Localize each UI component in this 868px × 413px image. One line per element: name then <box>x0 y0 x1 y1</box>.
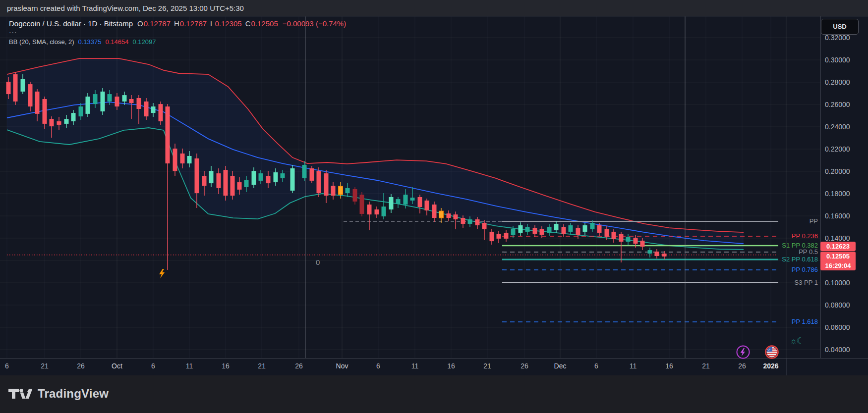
pivot-label-pp-1-618: PP 1.618 <box>792 318 818 325</box>
candle-body <box>86 97 90 114</box>
candle[interactable] <box>504 230 509 242</box>
candle[interactable] <box>13 72 18 105</box>
candle[interactable] <box>418 195 422 213</box>
candle-body <box>331 186 336 196</box>
candle-body <box>396 199 401 204</box>
drawing-zero-label: 0 <box>316 258 320 266</box>
candle-body <box>576 228 580 235</box>
attribution-text: praslearn created with TradingView.com, … <box>7 4 244 12</box>
candle[interactable] <box>482 220 487 240</box>
time-tick-label: 26 <box>738 362 746 370</box>
candle-body <box>626 237 631 242</box>
price-tick-label: 0.28000 <box>825 78 850 86</box>
candle-body <box>353 189 357 202</box>
currency-toggle-button[interactable]: USD <box>821 19 859 35</box>
candle[interactable] <box>317 167 321 197</box>
candle-body <box>547 227 552 233</box>
candle-body <box>281 173 285 178</box>
candle-body <box>302 165 307 178</box>
candle[interactable] <box>360 192 364 216</box>
candle-body <box>101 92 105 111</box>
ohlc-item: C0.12505 <box>245 19 278 28</box>
candle[interactable] <box>224 166 228 201</box>
candle-body <box>195 158 199 193</box>
candle-body <box>346 188 350 193</box>
candle-body <box>418 197 422 207</box>
price-label-box-s1cross: 0.12623 <box>820 242 856 251</box>
candle[interactable] <box>166 104 170 270</box>
candle-body <box>612 232 616 239</box>
tradingview-logo-text: TradingView <box>38 387 109 401</box>
last-price-countdown-box: 0.12505 16:29:04 <box>820 252 856 270</box>
candle-body <box>554 224 559 230</box>
candle-body <box>339 186 343 195</box>
candle-body <box>209 171 214 183</box>
price-tick-label: 0.14000 <box>825 234 850 242</box>
price-tick-label: 0.06000 <box>825 323 850 331</box>
candle-body <box>425 201 429 210</box>
candle-body <box>244 180 249 187</box>
candle[interactable] <box>101 88 105 115</box>
candle[interactable] <box>490 229 494 245</box>
candle-body <box>28 84 33 106</box>
candle[interactable] <box>290 165 295 193</box>
candle[interactable] <box>619 232 624 262</box>
price-tick-label: 0.20000 <box>825 167 850 175</box>
candle-body <box>562 227 566 234</box>
candle[interactable] <box>655 249 659 258</box>
candle-body <box>108 94 112 102</box>
bar-countdown-timer: 16:29:04 <box>820 261 856 270</box>
candle-body <box>439 211 444 218</box>
flag-star <box>768 350 769 351</box>
candle-body <box>137 98 141 109</box>
price-tick-label: 0.24000 <box>825 123 850 131</box>
candle-body <box>655 252 659 256</box>
candle-body <box>497 234 501 239</box>
candle[interactable] <box>648 248 652 258</box>
indicator-legend-row[interactable]: BB (20, SMA, close, 2) 0.13375 0.14654 0… <box>9 38 156 46</box>
legend-more-button[interactable]: ... <box>9 27 17 34</box>
candle-body <box>367 205 372 214</box>
candle-body <box>173 149 177 171</box>
candle-body <box>115 97 119 106</box>
candle[interactable] <box>497 231 501 243</box>
time-tick-label: 11 <box>630 362 637 370</box>
candle-body <box>640 241 645 247</box>
candle[interactable] <box>86 93 90 117</box>
candle-body <box>360 195 364 214</box>
candle-body <box>404 195 408 205</box>
bb-lower-value: 0.12097 <box>133 38 156 46</box>
time-tick-label: Oct <box>112 362 122 370</box>
time-tick-label: 16 <box>222 362 230 370</box>
candle-body <box>432 205 437 218</box>
price-tick-label: 0.26000 <box>825 101 850 108</box>
tradingview-logo[interactable]: TradingView <box>8 386 109 401</box>
time-tick-label: 26 <box>295 362 303 370</box>
price-tick-label: 0.16000 <box>825 212 850 220</box>
price-tick-label: 0.32000 <box>825 34 850 42</box>
symbol-legend-row[interactable]: Dogecoin / U.S. dollar · 1D · Bitstamp O… <box>9 19 346 28</box>
chart-canvas <box>0 0 868 413</box>
price-tick-label: 0.22000 <box>825 145 850 153</box>
pivot-label-pp: PP <box>810 217 818 225</box>
candle[interactable] <box>310 166 314 183</box>
candle-body <box>583 225 587 232</box>
s1-cross-price: 0.12623 <box>820 242 856 251</box>
ohlc-item: O0.12787 <box>137 19 171 28</box>
candle-body <box>634 238 638 244</box>
candle[interactable] <box>324 170 329 203</box>
time-tick-label: 26 <box>77 362 85 370</box>
pivot-label-pp-0-236: PP 0.236 <box>792 232 818 240</box>
candle-body <box>447 213 451 218</box>
indicator-name[interactable]: BB (20, SMA, close, 2) <box>9 38 74 46</box>
candle-body <box>482 223 487 229</box>
candle[interactable] <box>425 199 429 215</box>
candle[interactable] <box>432 202 437 222</box>
symbol-title[interactable]: Dogecoin / U.S. dollar · 1D · Bitstamp <box>9 19 133 28</box>
candle-body <box>454 214 458 219</box>
candle-body <box>605 229 609 237</box>
candle-body <box>569 225 573 232</box>
candle-body <box>57 121 61 125</box>
candle[interactable] <box>159 102 163 125</box>
candle[interactable] <box>353 187 357 205</box>
